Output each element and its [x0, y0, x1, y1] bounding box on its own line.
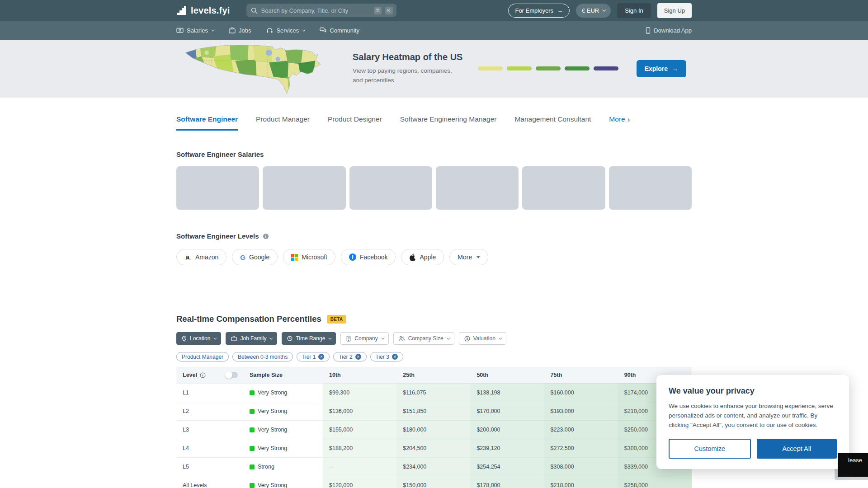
chip-between-0-3-months[interactable]: Between 0-3 months	[232, 352, 293, 361]
currency-selector[interactable]: € EUR	[576, 4, 611, 18]
for-employers-button[interactable]: For Employers →	[508, 4, 570, 18]
skeleton-card	[522, 166, 605, 210]
cookie-dialog-body: We use cookies to enhance your browsing …	[669, 402, 837, 430]
nav-item-community[interactable]: Community	[320, 27, 359, 34]
filter-company[interactable]: Company	[340, 332, 388, 345]
search-bar[interactable]: ⌘ K	[246, 4, 396, 17]
level-cell: L1	[176, 383, 243, 402]
salaries-section-title: Software Engineer Salaries	[176, 150, 692, 158]
building-icon	[346, 336, 351, 342]
chevron-down-icon	[447, 336, 450, 339]
chevron-down-icon	[214, 336, 217, 339]
download-app-link[interactable]: Download App	[646, 27, 692, 34]
close-icon[interactable]: ×	[355, 354, 361, 360]
sample-size-cell: Very Strong	[243, 439, 323, 457]
tab-more[interactable]: More ›	[609, 115, 630, 123]
skeleton-card	[349, 166, 432, 210]
nav-bar: Salaries Jobs Services Community Downloa…	[0, 21, 868, 40]
table-row[interactable]: L1 Very Strong $99,300 $116,075 $138,198…	[176, 383, 692, 402]
hero-title: Salary Heatmap of the US	[353, 52, 462, 62]
salary-cards-loading	[176, 166, 692, 210]
company-button-microsoft[interactable]: Microsoft	[283, 249, 335, 265]
sample-size-cell: Very Strong	[243, 476, 323, 488]
company-button-facebook[interactable]: f Facebook	[341, 249, 396, 265]
filter-job-family[interactable]: Job Family	[226, 332, 277, 345]
column-header-level: Level	[183, 372, 197, 378]
accept-all-button[interactable]: Accept All	[757, 439, 837, 459]
tab-software-engineering-manager[interactable]: Software Engineering Manager	[400, 115, 497, 129]
tab-product-manager[interactable]: Product Manager	[256, 115, 310, 129]
level-toggle-switch[interactable]	[225, 372, 238, 378]
currency-label: € EUR	[582, 7, 599, 14]
company-label: Facebook	[360, 253, 387, 261]
skeleton-card	[176, 166, 259, 210]
cmd-keycap: ⌘	[374, 7, 382, 14]
column-header-10th: 10th	[323, 367, 396, 383]
tab-management-consultant[interactable]: Management Consultant	[514, 115, 591, 129]
svg-text:$: $	[466, 337, 468, 341]
info-icon[interactable]	[200, 372, 206, 378]
table-row[interactable]: L4 Very Strong $188,200 $204,500 $239,12…	[176, 439, 692, 457]
filter-valuation[interactable]: $ Valuation	[459, 332, 506, 345]
close-icon[interactable]: ×	[392, 354, 398, 360]
strength-indicator	[250, 427, 255, 432]
caret-down-icon	[476, 256, 480, 258]
table-row[interactable]: L2 Very Strong $136,000 $151,850 $170,00…	[176, 402, 692, 420]
percentiles-section-title: Real-time Compensation Percentiles	[176, 314, 321, 324]
hero-subtitle: View top paying regions, companies, and …	[353, 66, 457, 85]
nav-label: Jobs	[239, 27, 251, 34]
tab-software-engineer[interactable]: Software Engineer	[176, 115, 238, 131]
sign-in-button[interactable]: Sign In	[617, 3, 651, 18]
table-row[interactable]: L3 Very Strong $155,000 $180,000 $200,00…	[176, 420, 692, 439]
filter-label: Time Range	[296, 335, 325, 342]
value-cell: $99,300	[323, 383, 396, 402]
chip-product-manager[interactable]: Product Manager	[176, 352, 229, 361]
value-cell: $155,000	[323, 420, 396, 439]
company-button-more[interactable]: More	[449, 249, 488, 265]
chip-label: Tier 1	[302, 354, 316, 360]
chip-tier-2[interactable]: Tier 2 ×	[333, 352, 366, 361]
value-cell: --	[323, 457, 396, 476]
value-cell: $138,198	[470, 383, 544, 402]
explore-label: Explore	[645, 65, 668, 72]
value-cell: $116,075	[396, 383, 470, 402]
table-row[interactable]: All Levels Very Strong $120,000 $150,000…	[176, 476, 692, 488]
chip-label: Tier 2	[339, 354, 352, 360]
close-icon[interactable]: ×	[318, 354, 324, 360]
info-icon[interactable]	[263, 233, 269, 239]
filter-label: Company Size	[408, 335, 443, 342]
customize-button[interactable]: Customize	[669, 439, 751, 459]
sign-up-button[interactable]: Sign Up	[657, 3, 692, 18]
company-button-apple[interactable]: Apple	[401, 249, 444, 265]
value-cell: $239,120	[470, 439, 544, 457]
company-button-amazon[interactable]: a Amazon	[176, 249, 226, 265]
explore-button[interactable]: Explore →	[637, 60, 686, 77]
value-cell: $150,000	[396, 476, 470, 488]
chevron-down-icon	[329, 336, 332, 339]
us-heatmap-image[interactable]	[182, 43, 329, 96]
nav-label: Download App	[654, 27, 692, 34]
table-row[interactable]: L5 Strong -- $234,000 $254,254 $308,000 …	[176, 457, 692, 476]
chip-tier-3[interactable]: Tier 3 ×	[370, 352, 403, 361]
value-cell: $151,850	[396, 402, 470, 420]
chip-tier-1[interactable]: Tier 1 ×	[297, 352, 330, 361]
filter-location[interactable]: Location	[176, 332, 221, 345]
search-input[interactable]	[261, 7, 370, 14]
chip-label: Between 0-3 months	[238, 354, 288, 360]
chevron-down-icon	[302, 28, 306, 31]
value-cell: $136,000	[323, 402, 396, 420]
table-header-row: Level Sample Size 10th 25th 50th 75th 90…	[176, 367, 692, 383]
levels-fyi-logo[interactable]: levels.fyi	[176, 5, 230, 16]
location-pin-icon	[182, 336, 187, 342]
tab-product-designer[interactable]: Product Designer	[328, 115, 382, 129]
filter-label: Job Family	[240, 335, 266, 342]
level-cell: L2	[176, 402, 243, 420]
nav-item-salaries[interactable]: Salaries	[176, 27, 213, 34]
filter-time-range[interactable]: Time Range	[282, 332, 336, 345]
company-button-google[interactable]: G Google	[232, 249, 278, 265]
filter-company-size[interactable]: Company Size	[393, 332, 454, 345]
nav-item-services[interactable]: Services	[266, 27, 304, 34]
skeleton-card	[263, 166, 345, 210]
briefcase-icon	[229, 27, 236, 33]
nav-item-jobs[interactable]: Jobs	[229, 27, 251, 34]
